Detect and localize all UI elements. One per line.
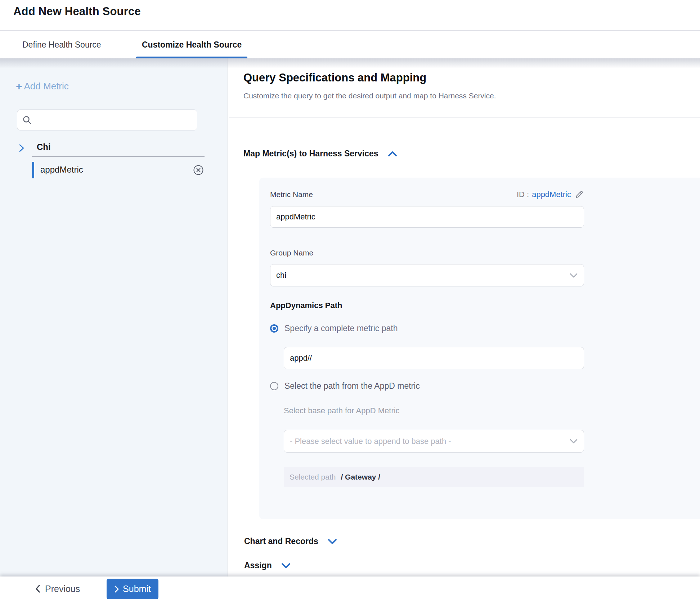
dialog-body: + Add Metric Chi appdMetric	[0, 58, 700, 576]
radio-selected-icon[interactable]	[270, 324, 278, 333]
panel-subtitle: Customize the query to get the desired o…	[243, 92, 496, 100]
metric-name-row: Metric Name ID : appdMetric	[270, 190, 584, 199]
base-path-placeholder: - Please select value to append to base …	[290, 437, 569, 446]
complete-metric-path-input[interactable]	[284, 347, 584, 369]
edit-pencil-icon[interactable]	[575, 190, 584, 199]
base-path-select[interactable]: - Please select value to append to base …	[284, 430, 584, 453]
chart-and-records-section-toggle[interactable]: Chart and Records	[244, 537, 337, 546]
tab-define-health-source[interactable]: Define Health Source	[22, 31, 101, 58]
tab-customize-health-source[interactable]: Customize Health Source	[142, 31, 242, 58]
metric-name-input[interactable]	[270, 206, 584, 228]
previous-label: Previous	[45, 584, 80, 594]
query-specifications-panel: Query Specifications and Mapping Customi…	[228, 58, 700, 576]
assign-section-toggle[interactable]: Assign	[244, 561, 291, 570]
chevron-down-icon	[569, 438, 578, 444]
metric-search-input[interactable]	[35, 116, 192, 124]
chevron-right-icon[interactable]	[18, 144, 25, 152]
submit-button[interactable]: Submit	[107, 579, 158, 599]
metric-id-group: ID : appdMetric	[517, 190, 584, 199]
map-metrics-heading: Map Metric(s) to Harness Services	[243, 149, 378, 159]
chevron-right-icon	[114, 585, 119, 593]
add-health-source-dialog: Add New Health Source Define Health Sour…	[0, 0, 700, 601]
radio-unselected-icon[interactable]	[270, 382, 278, 390]
metric-search-box[interactable]	[17, 110, 197, 130]
chevron-down-icon	[281, 562, 291, 569]
chevron-down-icon	[328, 538, 337, 545]
assign-heading: Assign	[244, 561, 272, 570]
group-name-value: chi	[276, 271, 569, 280]
group-name-select[interactable]: chi	[270, 264, 584, 286]
add-metric-button[interactable]: + Add Metric	[16, 81, 69, 92]
metric-item-label: appdMetric	[40, 165, 83, 175]
search-icon	[22, 115, 32, 125]
selected-indicator-bar	[32, 162, 34, 178]
radio-complete-path-label: Specify a complete metric path	[284, 324, 398, 333]
delete-metric-icon[interactable]	[193, 165, 204, 175]
id-prefix-label: ID :	[517, 190, 529, 199]
metric-name-label: Metric Name	[270, 190, 313, 199]
metrics-sidebar: + Add Metric Chi appdMetric	[0, 58, 228, 576]
id-value-link[interactable]: appdMetric	[532, 190, 571, 199]
radio-complete-metric-path[interactable]: Specify a complete metric path	[270, 324, 398, 333]
previous-button[interactable]: Previous	[35, 582, 80, 596]
metric-group-label: Chi	[37, 142, 51, 152]
base-path-label: Select base path for AppD Metric	[284, 406, 400, 415]
chart-and-records-heading: Chart and Records	[244, 537, 318, 546]
tab-bar: Define Health Source Customize Health So…	[0, 31, 700, 58]
submit-label: Submit	[123, 584, 151, 594]
radio-select-path-from-appd[interactable]: Select the path from the AppD metric	[270, 381, 420, 391]
group-divider	[32, 156, 205, 157]
plus-icon: +	[16, 81, 22, 92]
dialog-footer: Previous Submit	[0, 576, 700, 601]
chevron-up-icon	[388, 151, 397, 157]
chevron-left-icon	[35, 584, 41, 593]
selected-path-row: Selected path / Gateway /	[284, 467, 584, 487]
dialog-header: Add New Health Source	[0, 0, 700, 31]
panel-title: Query Specifications and Mapping	[243, 71, 426, 84]
radio-select-path-label: Select the path from the AppD metric	[284, 381, 420, 391]
metric-list-item[interactable]: appdMetric	[0, 162, 228, 178]
metric-mapping-card: Metric Name ID : appdMetric Group Name c…	[259, 178, 700, 519]
selected-path-value: / Gateway /	[341, 473, 380, 481]
map-metrics-section-toggle[interactable]: Map Metric(s) to Harness Services	[243, 149, 397, 159]
group-name-label: Group Name	[270, 249, 313, 257]
page-title: Add New Health Source	[13, 5, 141, 18]
chevron-down-icon	[569, 273, 578, 278]
panel-divider	[229, 117, 700, 117]
add-metric-label: Add Metric	[24, 81, 69, 92]
appdynamics-path-heading: AppDynamics Path	[270, 301, 342, 310]
metric-group-row[interactable]: Chi	[0, 140, 227, 156]
selected-path-label: Selected path	[290, 473, 336, 481]
